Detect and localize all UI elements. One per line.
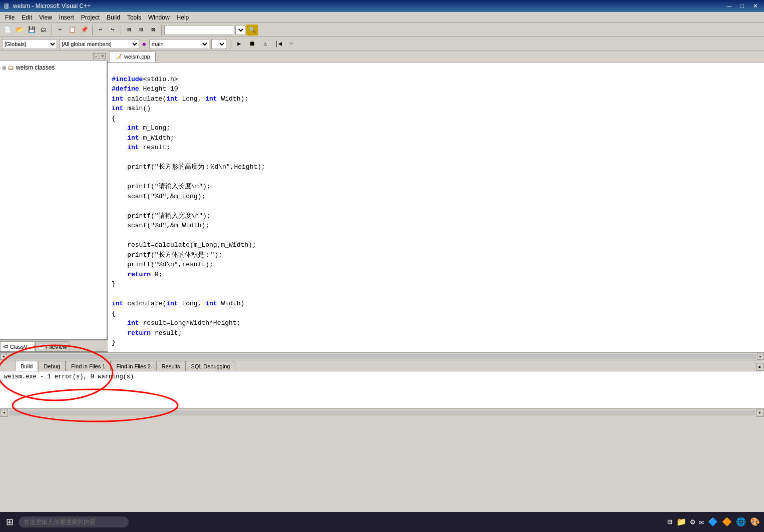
start-button[interactable]: ⊞	[4, 514, 16, 529]
mail-icon[interactable]: ✉	[699, 517, 704, 527]
globals-dropdown[interactable]: [Globals]	[2, 39, 57, 49]
edge-icon[interactable]: 🌐	[736, 517, 746, 527]
close-btn[interactable]: ✕	[750, 3, 761, 10]
search-dropdown[interactable]	[235, 25, 245, 35]
file-tab-weism[interactable]: 📝 weism.cpp	[110, 51, 156, 62]
undo-btn[interactable]: ↩	[95, 25, 106, 36]
cut-btn[interactable]: ✂	[55, 25, 66, 36]
code-editor-container: 📝 weism.cpp #include<stdio.h> #define He…	[108, 51, 764, 351]
sidebar-container: — ✕ ⊕ 🗂 weism classes 🏷 ClassV..	[0, 51, 108, 351]
debug3-btn[interactable]: |◀	[273, 39, 284, 50]
app-icon: 🖥	[3, 2, 10, 10]
redo-btn[interactable]: ↪	[107, 25, 118, 36]
menu-build[interactable]: Build	[104, 13, 123, 22]
sep1	[52, 25, 52, 35]
menu-project[interactable]: Project	[78, 13, 103, 22]
taskbar-search-input[interactable]	[19, 516, 129, 527]
vs-icon[interactable]: 🔷	[708, 517, 718, 527]
classview-icon: 🏷	[4, 344, 9, 349]
properties-btn[interactable]: ⊠	[148, 25, 159, 36]
menu-bar: File Edit View Insert Project Build Tool…	[0, 12, 764, 23]
hscroll-track[interactable]	[8, 354, 756, 359]
open-btn[interactable]: 📂	[14, 25, 25, 36]
sidebar-title-bar: — ✕	[0, 51, 108, 61]
open-workspace-btn[interactable]: ⊞	[124, 25, 135, 36]
class-tree: ⊕ 🗂 weism classes	[0, 61, 107, 74]
main-area: — ✕ ⊕ 🗂 weism classes 🏷 ClassV..	[0, 51, 764, 351]
file-tab-label: weism.cpp	[124, 54, 150, 60]
toolbar1: 📄 📂 💾 🗂 ✂ 📋 📌 ↩ ↪ ⊞ ⊟ ⊠ 🔍	[0, 23, 764, 37]
tab-bar: 📝 weism.cpp	[108, 51, 764, 63]
settings-icon[interactable]: ⚙	[690, 517, 695, 527]
function-dropdown[interactable]: main	[149, 39, 209, 49]
copy-btn[interactable]: 📋	[67, 25, 78, 36]
tree-root-label: weism classes	[16, 64, 55, 71]
menu-tools[interactable]: Tools	[124, 13, 144, 22]
color-picker-icon[interactable]: 🎨	[750, 517, 760, 527]
vscroll-up-btn[interactable]: ◂	[0, 409, 8, 417]
classview-label: ClassV...	[10, 344, 32, 350]
menu-window[interactable]: Window	[145, 13, 173, 22]
tree-icon: 🗂	[8, 64, 14, 71]
find-btn[interactable]: 🔍	[246, 25, 258, 36]
build-tab[interactable]: Build	[15, 361, 38, 371]
bottom-hscroll-track[interactable]	[9, 410, 755, 415]
vscroll-down-btn[interactable]: ▸	[756, 409, 764, 417]
tree-expand-icon[interactable]: ⊕	[2, 65, 6, 71]
fileview-tab[interactable]: 📄 FileView	[35, 341, 70, 351]
find-files-2-tab[interactable]: Find in Files 2	[111, 361, 156, 371]
sidebar: ⊕ 🗂 weism classes	[0, 61, 108, 340]
search-input[interactable]	[164, 25, 234, 35]
hscroll-left-btn[interactable]: ◂	[0, 353, 7, 360]
sep3	[121, 25, 121, 35]
menu-file[interactable]: File	[2, 13, 18, 22]
classview-tab[interactable]: 🏷 ClassV...	[0, 341, 35, 351]
title-bar: 🖥 weism - Microsoft Visual C++ ─ □ ✕	[0, 0, 764, 12]
save-all-btn[interactable]: 🗂	[38, 25, 49, 36]
menu-insert[interactable]: Insert	[56, 13, 77, 22]
tab-scroll-btn[interactable]: ▸	[756, 363, 764, 371]
debug-tab[interactable]: Debug	[38, 361, 65, 371]
save-workspace-btn[interactable]: ⊟	[136, 25, 147, 36]
sep4	[161, 25, 162, 35]
find-files-1-tab[interactable]: Find in Files 1	[66, 361, 111, 371]
hscroll-right-btn[interactable]: ▸	[757, 353, 764, 360]
sep2	[92, 25, 93, 35]
title-text: weism - Microsoft Visual C++	[13, 3, 91, 10]
minimize-btn[interactable]: ─	[724, 3, 734, 10]
debug4-btn[interactable]: ☞	[286, 39, 297, 50]
fileview-icon: 📄	[39, 344, 45, 349]
members-dropdown[interactable]: [All global members]	[59, 39, 139, 49]
debug2-btn[interactable]: ⚠	[260, 39, 271, 50]
debug-btn[interactable]: ▶	[234, 39, 245, 50]
function-dropdown2[interactable]	[211, 39, 226, 49]
taskbar: ⊞ ⊟ 📁 ⚙ ✉ 🔷 🔶 🌐 🎨	[0, 512, 764, 532]
bottom-hscroll: ◂ ▸	[0, 352, 764, 360]
menu-help[interactable]: Help	[174, 13, 192, 22]
sidebar-pin-btn[interactable]: —	[93, 53, 99, 59]
sidebar-close-btn[interactable]: ✕	[100, 53, 106, 59]
bottom-panel: ◂ ▸ Build Debug Find in Files 1 Find in …	[0, 351, 764, 416]
bottom-scrollbar: ◂ ▸	[0, 408, 764, 416]
bottom-content: weism.exe - 1 error(s), 0 warning(s)	[0, 371, 764, 408]
tree-root-item[interactable]: ⊕ 🗂 weism classes	[2, 63, 105, 72]
stop-btn[interactable]: ⏹	[247, 39, 258, 50]
new-btn[interactable]: 📄	[2, 25, 13, 36]
maximize-btn[interactable]: □	[737, 3, 747, 10]
explorer-icon[interactable]: 📁	[676, 517, 686, 527]
menu-edit[interactable]: Edit	[19, 13, 35, 22]
sidebar-tabs: 🏷 ClassV... 📄 FileView	[0, 340, 108, 351]
fileview-label: FileView	[46, 344, 67, 350]
build-output-text: weism.exe - 1 error(s), 0 warning(s)	[4, 373, 134, 380]
paste-btn[interactable]: 📌	[79, 25, 90, 36]
menu-view[interactable]: View	[36, 13, 55, 22]
save-btn[interactable]: 💾	[26, 25, 37, 36]
taskbar-icons: ⊟ 📁 ⚙ ✉ 🔷 🔶 🌐 🎨	[667, 517, 760, 527]
sql-debug-tab[interactable]: SQL Debugging	[186, 361, 236, 371]
vs-orange-icon[interactable]: 🔶	[722, 517, 732, 527]
code-content[interactable]: #include<stdio.h> #define Height 10 int …	[108, 63, 764, 359]
results-tab[interactable]: Results	[156, 361, 186, 371]
bottom-tabs: Build Debug Find in Files 1 Find in File…	[0, 360, 764, 371]
file-tab-icon: 📝	[115, 54, 122, 60]
task-view-icon[interactable]: ⊟	[667, 517, 672, 527]
